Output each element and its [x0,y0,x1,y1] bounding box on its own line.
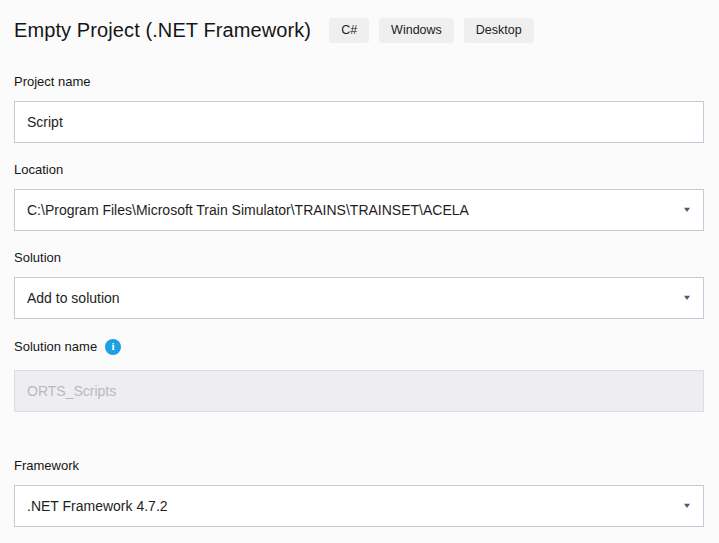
framework-combo[interactable]: .NET Framework 4.7.2 ▼ [14,485,704,527]
info-icon[interactable]: i [105,339,121,355]
page-title: Empty Project (.NET Framework) [14,19,311,42]
solution-name-label-row: Solution name i [14,338,704,355]
header: Empty Project (.NET Framework) C# Window… [14,0,704,44]
configure-project-dialog: Empty Project (.NET Framework) C# Window… [0,0,719,543]
tag-language: C# [329,18,369,43]
solution-label-row: Solution [14,249,704,266]
solution-label: Solution [14,249,61,266]
project-name-label-row: Project name [14,73,704,90]
location-label: Location [14,161,63,178]
project-name-input[interactable] [14,101,704,143]
project-name-label: Project name [14,73,91,90]
chevron-down-icon: ▼ [682,502,692,510]
tag-platform: Windows [379,18,454,43]
framework-value: .NET Framework 4.7.2 [27,498,168,514]
solution-value: Add to solution [27,290,120,306]
location-value: C:\Program Files\Microsoft Train Simulat… [27,202,469,218]
location-combo[interactable]: C:\Program Files\Microsoft Train Simulat… [14,189,704,231]
solution-name-group: Solution name i [14,338,704,412]
framework-label-row: Framework [14,457,704,474]
project-name-group: Project name [14,73,704,143]
location-label-row: Location [14,161,704,178]
framework-label: Framework [14,457,79,474]
solution-name-input [14,370,704,412]
template-tags: C# Windows Desktop [329,18,534,43]
solution-group: Solution Add to solution ▼ [14,249,704,319]
location-group: Location C:\Program Files\Microsoft Trai… [14,161,704,231]
tag-project-type: Desktop [464,18,534,43]
solution-combo[interactable]: Add to solution ▼ [14,277,704,319]
solution-name-label: Solution name [14,338,97,355]
chevron-down-icon: ▼ [682,294,692,302]
chevron-down-icon: ▼ [682,206,692,214]
framework-group: Framework .NET Framework 4.7.2 ▼ [14,457,704,527]
